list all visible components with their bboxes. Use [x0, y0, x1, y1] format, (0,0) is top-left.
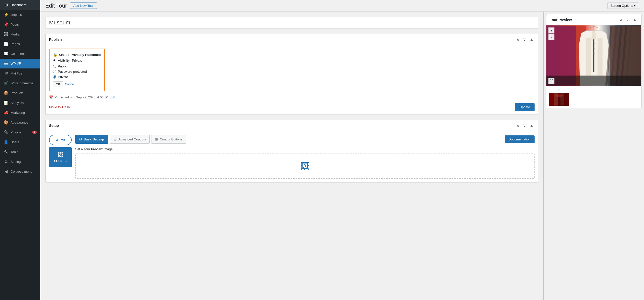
topbar: Edit Tour Add New Tour Screen Options ▾: [40, 0, 644, 12]
radio-private[interactable]: Private: [53, 75, 101, 79]
sidebar-item-comments[interactable]: 💬 Comments: [0, 49, 40, 59]
tab-advanced-controls[interactable]: ⊞ Advanced Controls: [110, 135, 150, 144]
status-label: Status:: [59, 53, 69, 57]
sidebar-label-wp-vr: WP VR: [11, 62, 21, 65]
tour-preview-panel: Tour Preview ∧ ∨ ▲: [546, 14, 641, 108]
tab-basic-settings[interactable]: ⚙ Basic Settings: [75, 135, 108, 144]
status-value: Privately Published: [70, 53, 101, 57]
setup-panel: Setup ∧ ∨ ▲ WP VR 🖼 SCENES: [45, 120, 538, 182]
visibility-row: 👁 Visibility: Private: [53, 59, 101, 62]
tour-preview-up[interactable]: ∧: [619, 17, 624, 23]
control-buttons-label: Control Buttons: [160, 137, 182, 141]
publish-panel: Publish ∧ ∨ ▲ 🔒 Status: Privately Publis…: [45, 34, 538, 115]
plugins-icon: 🔌: [4, 130, 9, 135]
fullscreen-button[interactable]: ⛶: [548, 78, 554, 84]
svg-rect-23: [564, 93, 569, 106]
sidebar-label-posts: Posts: [11, 23, 19, 26]
sidebar-item-media[interactable]: 🖼 Media: [0, 29, 40, 39]
move-to-trash-button[interactable]: Move to Trash: [49, 105, 70, 109]
sidebar-item-analytics[interactable]: 📊 Analytics: [0, 98, 40, 108]
basic-settings-label: Basic Settings: [84, 137, 104, 141]
sidebar-item-products[interactable]: 📦 Products: [0, 88, 40, 98]
sidebar-label-comments: Comments: [11, 52, 26, 56]
tour-title-input[interactable]: [45, 17, 538, 29]
sidebar-item-mailpoet[interactable]: ✉ MailPoet: [0, 68, 40, 78]
publish-panel-controls: ∧ ∨ ▲: [515, 36, 535, 42]
wp-vr-icon: 🥽: [4, 61, 9, 66]
scenes-button[interactable]: 🖼 SCENES: [49, 147, 72, 167]
sidebar-item-tools[interactable]: 🔧 Tools: [0, 147, 40, 157]
upload-area[interactable]: 🖼: [75, 154, 535, 179]
publish-collapse-down[interactable]: ∨: [522, 36, 527, 42]
publish-collapse-up[interactable]: ∧: [515, 36, 520, 42]
publish-close[interactable]: ▲: [529, 37, 535, 42]
ok-cancel-row: OK Cancel: [53, 81, 101, 87]
mailpoet-icon: ✉: [4, 71, 9, 76]
sidebar-item-users[interactable]: 👤 Users: [0, 137, 40, 147]
setup-close[interactable]: ▲: [529, 123, 535, 128]
radio-password-protected[interactable]: Password protected: [53, 70, 101, 73]
thumbnail-item-1[interactable]: 1: [549, 88, 569, 105]
visibility-box: 🔒 Status: Privately Published 👁 Visibili…: [49, 49, 105, 91]
screen-options-button[interactable]: Screen Options ▾: [607, 3, 639, 9]
basic-settings-icon: ⚙: [79, 137, 82, 141]
setup-sidebar-left: WP VR 🖼 SCENES: [49, 135, 72, 179]
add-new-tour-button[interactable]: Add New Tour: [70, 3, 97, 9]
preview-zoom-controls: + -: [548, 27, 554, 40]
sidebar-item-settings[interactable]: ⚙ Settings: [0, 157, 40, 167]
right-sidebar: Tour Preview ∧ ∨ ▲: [543, 12, 644, 300]
zoom-out-button[interactable]: -: [548, 34, 554, 40]
sidebar-item-posts[interactable]: 📌 Posts: [0, 20, 40, 29]
sidebar-label-pages: Pages: [11, 42, 20, 46]
tour-preview-close[interactable]: ▲: [632, 17, 638, 23]
sidebar-item-appearance[interactable]: 🎨 Appearance: [0, 118, 40, 127]
svg-point-9: [593, 52, 595, 54]
svg-rect-5: [597, 38, 602, 76]
status-row: 🔒 Status: Privately Published: [53, 53, 101, 57]
sidebar-item-pages[interactable]: 📄 Pages: [0, 39, 40, 49]
sidebar-item-dashboard[interactable]: ⊞ Dashboard: [0, 0, 40, 10]
calendar-icon: 📅: [49, 95, 53, 99]
sidebar-item-jetpack[interactable]: ⚡ Jetpack: [0, 10, 40, 20]
setup-collapse-up[interactable]: ∧: [515, 123, 520, 128]
radio-private-input[interactable]: [53, 75, 56, 79]
users-icon: 👤: [4, 140, 9, 144]
sidebar-label-tools: Tools: [11, 150, 18, 154]
publish-panel-header: Publish ∧ ∨ ▲: [46, 34, 538, 45]
update-button[interactable]: Update: [515, 103, 535, 111]
advanced-controls-label: Advanced Controls: [118, 137, 146, 141]
tab-control-buttons[interactable]: ⊞ Control Buttons: [151, 135, 186, 144]
sidebar-item-collapse[interactable]: ◀ Collapse menu: [0, 167, 40, 176]
setup-collapse-down[interactable]: ∨: [522, 123, 527, 128]
published-on-row: 📅 Published on: Sep 22, 2023 at 06:30 Ed…: [49, 95, 535, 99]
radio-public-input[interactable]: [53, 65, 56, 68]
sidebar-item-wp-vr[interactable]: 🥽 WP VR: [0, 59, 40, 68]
sidebar-label-dashboard: Dashboard: [11, 3, 27, 7]
cancel-link[interactable]: Cancel: [65, 83, 74, 86]
edit-date-link[interactable]: Edit: [110, 95, 115, 99]
radio-public[interactable]: Public: [53, 64, 101, 68]
sidebar-item-marketing[interactable]: 📣 Marketing: [0, 108, 40, 118]
collapse-icon: ◀: [4, 169, 9, 174]
tour-preview-controls: ∧ ∨ ▲: [619, 17, 638, 23]
tour-preview-down[interactable]: ∨: [625, 17, 630, 23]
fullscreen-icon: ⛶: [550, 79, 553, 83]
thumb-svg: [549, 93, 569, 106]
documentation-button[interactable]: Documentation: [505, 135, 535, 143]
sidebar-label-analytics: Analytics: [11, 101, 24, 105]
ok-button[interactable]: OK: [53, 81, 63, 87]
sidebar-item-plugins[interactable]: 🔌 Plugins 4: [0, 127, 40, 137]
thumb-image-1: [549, 93, 569, 105]
setup-tabs: ⚙ Basic Settings⊞ Advanced Controls⊞ Con…: [75, 135, 535, 144]
svg-rect-6: [593, 40, 594, 72]
sidebar-item-woocommerce[interactable]: 🛒 WooCommerce: [0, 78, 40, 88]
publish-panel-body: 🔒 Status: Privately Published 👁 Visibili…: [46, 45, 538, 115]
svg-rect-17: [546, 76, 641, 86]
advanced-controls-icon: ⊞: [113, 137, 117, 141]
sidebar-label-products: Products: [11, 91, 23, 95]
pages-icon: 📄: [4, 42, 9, 46]
zoom-in-button[interactable]: +: [548, 27, 554, 33]
visibility-label: Visibility:: [58, 59, 70, 62]
radio-private-label: Private: [58, 75, 68, 79]
radio-password-input[interactable]: [53, 70, 56, 73]
